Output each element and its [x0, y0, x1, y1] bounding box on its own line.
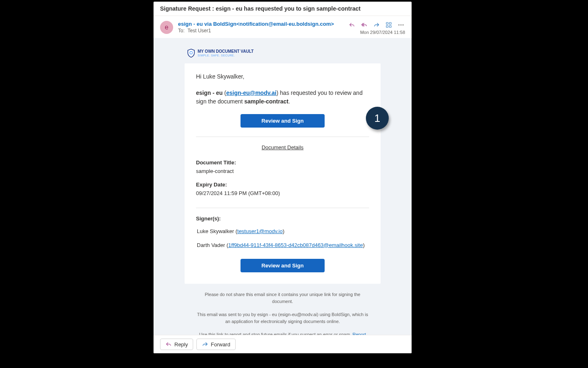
message-header: e esign - eu via BoldSign<notification@e…: [154, 16, 412, 38]
footer-report: Use this link to report and stop future …: [196, 331, 369, 335]
divider: [196, 208, 369, 208]
reply-icon: [165, 341, 172, 348]
request-line: esign - eu (esign-eu@modv.ai) has reques…: [196, 89, 369, 106]
avatar: e: [160, 21, 173, 34]
apps-grid-icon: [385, 22, 392, 28]
apps-icon-button[interactable]: [385, 21, 393, 29]
doc-title-label: Document Title:: [196, 159, 369, 166]
more-actions-button[interactable]: [397, 21, 405, 29]
reply-all-icon: [361, 22, 368, 28]
brand-name: MY OWN DOCUMENT VAULT: [198, 49, 254, 54]
signer-name: Luke Skywalker: [197, 228, 234, 234]
reply-icon: [349, 22, 355, 28]
greeting: Hi Luke Skywalker,: [196, 73, 369, 80]
message-body: MY OWN DOCUMENT VAULT SIMPLE. SAFE. SECU…: [154, 38, 412, 335]
svg-rect-1: [390, 22, 392, 25]
brand-logo: MY OWN DOCUMENT VAULT SIMPLE. SAFE. SECU…: [185, 49, 381, 58]
signers-list: Luke Skywalker (testuser1@modv.io) Darth…: [196, 227, 369, 249]
brand-tagline: SIMPLE. SAFE. SECURE.: [198, 54, 254, 57]
to-label: To:: [178, 28, 185, 34]
divider: [196, 137, 369, 137]
svg-rect-0: [386, 22, 388, 25]
footer-report-pre: Use this link to report and stop future …: [199, 332, 352, 335]
message-pane: Signature Request : esign - eu has reque…: [154, 2, 412, 353]
reply-button[interactable]: Reply: [160, 339, 193, 350]
reply-label: Reply: [174, 341, 188, 348]
doc-title-value: sample-contract: [196, 168, 369, 174]
bottom-actions: Reply Forward: [154, 335, 412, 353]
email-card: Hi Luke Skywalker, esign - eu (esign-eu@…: [185, 63, 381, 284]
svg-point-5: [401, 25, 402, 26]
forward-label: Forward: [211, 341, 230, 348]
timestamp: Mon 29/07/2024 11:58: [360, 30, 405, 35]
svg-rect-3: [390, 26, 392, 28]
review-and-sign-button[interactable]: Review and Sign: [241, 114, 325, 128]
email-footer: Please do not share this email since it …: [185, 284, 381, 335]
annotation-marker-1: 1: [366, 107, 389, 130]
document-name-inline: sample-contract: [244, 98, 288, 105]
signer-row: Darth Vader (1ff9bd44-911f-43f4-8653-d42…: [196, 241, 369, 249]
review-and-sign-button-2[interactable]: Review and Sign: [241, 259, 325, 272]
reply-icon-button[interactable]: [348, 21, 356, 29]
ellipsis-icon: [398, 22, 404, 28]
signer-email-link[interactable]: testuser1@modv.io: [237, 228, 283, 234]
shield-icon: [187, 49, 195, 58]
header-actions: [348, 21, 405, 29]
requester-email-link[interactable]: esign-eu@modv.ai: [226, 90, 276, 96]
signers-label: Signer(s):: [196, 215, 369, 222]
subject-line: Signature Request : esign - eu has reque…: [154, 2, 412, 16]
footer-privacy: Please do not share this email since it …: [196, 291, 369, 305]
to-value: Test User1: [187, 28, 211, 34]
signer-row: Luke Skywalker (testuser1@modv.io): [196, 227, 369, 236]
forward-icon: [202, 341, 208, 348]
requester-name: esign - eu: [196, 90, 223, 96]
signer-name: Darth Vader: [197, 242, 225, 248]
signer-email-link[interactable]: 1ff9bd44-911f-43f4-8653-d42cb087d463@ema…: [228, 242, 363, 248]
expiry-value: 09/27/2024 11:59 PM (GMT+08:00): [196, 190, 369, 196]
svg-point-6: [403, 25, 404, 26]
document-details-link[interactable]: Document Details: [262, 144, 304, 150]
forward-icon-button[interactable]: [372, 21, 381, 29]
expiry-label: Expiry Date:: [196, 182, 369, 188]
footer-sent-by: This email was sent to you by esign - eu…: [196, 311, 369, 325]
forward-icon: [373, 22, 380, 28]
forward-button[interactable]: Forward: [196, 339, 236, 350]
reply-all-icon-button[interactable]: [360, 21, 368, 29]
svg-rect-2: [386, 26, 388, 28]
svg-point-4: [399, 25, 400, 26]
